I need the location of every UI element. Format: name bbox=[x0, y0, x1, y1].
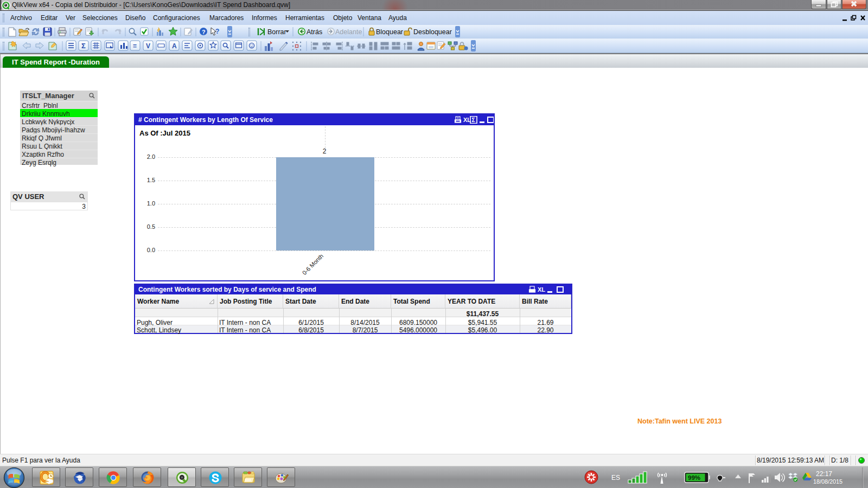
svg-text:18/08/2015: 18/08/2015 bbox=[813, 478, 843, 485]
svg-text:Σ: Σ bbox=[472, 117, 475, 123]
svg-text:A: A bbox=[172, 42, 177, 50]
svg-text:ES: ES bbox=[611, 474, 620, 481]
svg-text:22:17: 22:17 bbox=[816, 470, 832, 478]
svg-text:XL: XL bbox=[538, 286, 545, 293]
svg-text:V: V bbox=[146, 42, 150, 50]
svg-text:Adelante: Adelante bbox=[335, 28, 362, 36]
svg-text:Σ: Σ bbox=[81, 42, 86, 50]
svg-text:XL: XL bbox=[463, 117, 471, 123]
svg-text:Atrás: Atrás bbox=[307, 28, 322, 36]
svg-text:?: ? bbox=[202, 29, 206, 35]
svg-text:99%: 99% bbox=[688, 474, 700, 481]
svg-text:Borrar: Borrar bbox=[267, 28, 286, 36]
svg-text:Bloquear: Bloquear bbox=[376, 28, 403, 36]
svg-text:=: = bbox=[133, 42, 137, 50]
svg-text:?: ? bbox=[215, 28, 219, 35]
svg-text:Desbloquear: Desbloquear bbox=[413, 28, 452, 36]
